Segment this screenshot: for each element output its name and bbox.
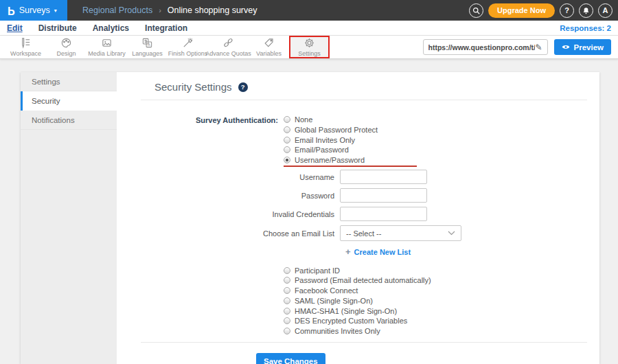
breadcrumb-current: Online shopping survey bbox=[168, 5, 258, 15]
radio-none[interactable]: None bbox=[284, 115, 417, 125]
radio-label: Username/Password bbox=[295, 156, 365, 164]
toolbar-item-languages[interactable]: A Languages bbox=[127, 36, 168, 58]
radio-icon[interactable] bbox=[284, 328, 290, 334]
email-list-selected-value: -- Select -- bbox=[346, 229, 381, 238]
toolbar-item-finish-options[interactable]: Finish Options bbox=[168, 36, 208, 58]
sidebar-item-notifications[interactable]: Notifications bbox=[21, 111, 117, 130]
sidebar-item-settings[interactable]: Settings bbox=[21, 72, 117, 91]
radio-icon[interactable] bbox=[284, 116, 290, 123]
radio-icon[interactable] bbox=[284, 317, 290, 324]
plus-icon: + bbox=[345, 247, 351, 256]
tab-edit[interactable]: Edit bbox=[7, 23, 23, 33]
radio-label: Global Password Protect bbox=[295, 126, 378, 134]
password-row: Password bbox=[117, 188, 599, 203]
toolbar-item-label: Variables bbox=[256, 50, 282, 57]
radio-icon[interactable] bbox=[284, 267, 290, 274]
toolbar-item-label: Media Library bbox=[88, 50, 126, 57]
bell-icon bbox=[582, 7, 590, 14]
image-icon bbox=[101, 37, 113, 49]
page-background: Settings Security Notifications Security… bbox=[0, 59, 618, 364]
radio-des-encrypted-custom-variables[interactable]: DES Encrypted Custom Variables bbox=[284, 316, 599, 326]
workspace-icon bbox=[20, 37, 32, 49]
radio-icon[interactable] bbox=[284, 297, 290, 304]
invalid-credentials-row: Invalid Credentials bbox=[117, 207, 599, 221]
brand-logo[interactable]: P Surveys ▾ bbox=[0, 0, 67, 21]
username-row: Username bbox=[117, 170, 599, 184]
survey-url-input[interactable] bbox=[428, 43, 536, 52]
create-new-list-link[interactable]: Create New List bbox=[354, 248, 411, 256]
settings-sidebar: Settings Security Notifications bbox=[21, 72, 117, 364]
toolbar-item-design[interactable]: Design bbox=[46, 36, 87, 58]
toolbar-item-workspace[interactable]: Workspace bbox=[5, 36, 46, 58]
save-changes-button[interactable]: Save Changes bbox=[256, 353, 325, 364]
radio-hmac-sha1-sso[interactable]: HMAC-SHA1 (Single Sign-On) bbox=[284, 306, 599, 316]
help-tooltip-icon[interactable]: ? bbox=[238, 82, 248, 92]
avatar[interactable]: A bbox=[598, 3, 613, 18]
upgrade-now-button[interactable]: Upgrade Now bbox=[488, 3, 555, 18]
divider bbox=[141, 342, 587, 343]
email-list-select[interactable]: -- Select -- bbox=[340, 225, 461, 241]
breadcrumb-separator-icon: › bbox=[159, 6, 161, 14]
radio-facebook-connect[interactable]: Facebook Connect bbox=[284, 286, 599, 296]
tag-icon bbox=[263, 37, 275, 49]
edit-url-pencil-icon[interactable]: ✎ bbox=[535, 43, 542, 52]
email-list-label: Choose an Email List bbox=[117, 229, 340, 238]
tab-analytics[interactable]: Analytics bbox=[93, 23, 129, 33]
radio-email-invites-only[interactable]: Email Invites Only bbox=[284, 135, 417, 145]
survey-authentication-label: Survey Authentication: bbox=[117, 115, 278, 167]
radio-label: Password (Email detected automatically) bbox=[295, 276, 431, 284]
radio-label: Communities Invites Only bbox=[295, 327, 380, 335]
toolbar-item-settings[interactable]: Settings bbox=[289, 36, 330, 58]
preview-button[interactable]: Preview bbox=[554, 39, 611, 55]
red-underline-annotation bbox=[284, 166, 417, 167]
notifications-button[interactable] bbox=[579, 3, 593, 18]
chevron-down-icon bbox=[448, 231, 455, 236]
breadcrumb-parent[interactable]: Regional Products bbox=[82, 5, 152, 15]
password-input[interactable] bbox=[340, 188, 427, 203]
radio-icon[interactable] bbox=[284, 137, 290, 144]
radio-label: DES Encrypted Custom Variables bbox=[295, 317, 407, 325]
svg-text:A: A bbox=[148, 43, 150, 47]
tab-distribute[interactable]: Distribute bbox=[38, 23, 77, 33]
app-window: P Surveys ▾ Regional Products › Online s… bbox=[0, 0, 618, 364]
page-title: Security Settings bbox=[154, 81, 232, 93]
security-settings-panel: Security Settings ? Survey Authenticatio… bbox=[117, 72, 599, 364]
radio-label: Email/Password bbox=[295, 146, 349, 154]
toolbar-item-variables[interactable]: Variables bbox=[249, 36, 289, 58]
radio-icon[interactable] bbox=[284, 287, 290, 294]
toolbar-item-media-library[interactable]: Media Library bbox=[87, 36, 127, 58]
toolbar-item-advance-quotas[interactable]: Advance Quotas bbox=[208, 36, 249, 58]
auth-options-top: None Global Password Protect Email Invit… bbox=[284, 115, 417, 167]
radio-icon[interactable] bbox=[284, 146, 290, 153]
radio-icon[interactable] bbox=[284, 308, 290, 315]
radio-label: Facebook Connect bbox=[295, 286, 358, 295]
sidebar-item-security[interactable]: Security bbox=[21, 91, 117, 111]
toolbar-right: ✎ Preview bbox=[423, 36, 618, 58]
palette-icon bbox=[60, 37, 72, 49]
tab-integration[interactable]: Integration bbox=[145, 23, 187, 33]
radio-communities-invites-only[interactable]: Communities Invites Only bbox=[284, 326, 599, 337]
chevron-down-icon: ▾ bbox=[54, 8, 57, 14]
radio-icon-checked[interactable] bbox=[284, 157, 290, 163]
survey-url-field[interactable]: ✎ bbox=[423, 39, 548, 55]
radio-label: Email Invites Only bbox=[295, 136, 355, 144]
help-button[interactable]: ? bbox=[560, 3, 574, 18]
topbar-actions: Upgrade Now ? A bbox=[469, 3, 618, 18]
invalid-credentials-input[interactable] bbox=[340, 207, 427, 221]
radio-email-password[interactable]: Email/Password bbox=[284, 145, 417, 155]
settings-card: Settings Security Notifications Security… bbox=[21, 72, 599, 364]
radio-password-email-detected[interactable]: Password (Email detected automatically) bbox=[284, 275, 599, 286]
search-button[interactable] bbox=[469, 3, 483, 18]
translate-icon: A bbox=[141, 37, 153, 49]
username-input[interactable] bbox=[340, 170, 427, 184]
radio-username-password[interactable]: Username/Password bbox=[284, 155, 417, 166]
radio-saml-sso[interactable]: SAML (Single Sign-On) bbox=[284, 296, 599, 306]
invalid-credentials-label: Invalid Credentials bbox=[117, 210, 340, 218]
radio-icon[interactable] bbox=[284, 126, 290, 133]
responses-count[interactable]: Responses: 2 bbox=[560, 24, 611, 32]
radio-icon[interactable] bbox=[284, 277, 290, 284]
toolbar-item-label: Finish Options bbox=[168, 50, 208, 57]
radio-participant-id[interactable]: Participant ID bbox=[284, 265, 599, 275]
topbar: P Surveys ▾ Regional Products › Online s… bbox=[0, 0, 618, 21]
radio-global-password-protect[interactable]: Global Password Protect bbox=[284, 125, 417, 135]
